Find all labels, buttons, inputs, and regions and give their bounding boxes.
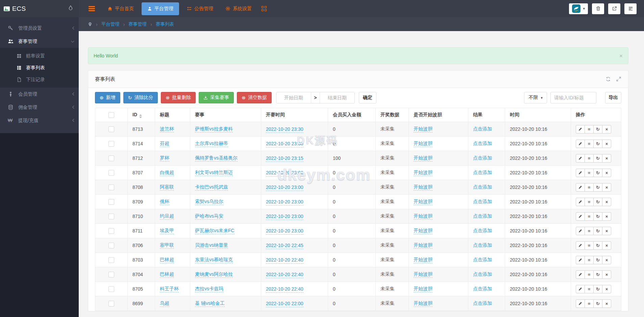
bodan-link[interactable]: 开始波胆 xyxy=(414,242,432,249)
result-add-link[interactable]: 点击添加 xyxy=(473,213,492,219)
league-link[interactable]: 埃及甲 xyxy=(160,228,174,234)
result-add-link[interactable]: 点击添加 xyxy=(473,271,492,277)
refresh-button[interactable]: ↻ xyxy=(593,183,602,192)
delete-button[interactable]: × xyxy=(602,169,611,177)
result-add-link[interactable]: 点击添加 xyxy=(473,170,492,175)
refresh-button[interactable]: ↻ xyxy=(593,154,602,163)
sidebar-item-odds-settings[interactable]: 赔率设置 xyxy=(0,50,79,62)
breadcrumb-link[interactable]: 赛事管理 xyxy=(128,21,147,27)
start-time-link[interactable]: 2022-10-20 22:40 xyxy=(266,272,303,278)
bodan-link[interactable]: 开始波胆 xyxy=(414,155,432,162)
row-checkbox[interactable] xyxy=(108,126,114,132)
bodan-link[interactable]: 开始波胆 xyxy=(414,170,432,176)
result-add-link[interactable]: 点击添加 xyxy=(473,228,492,233)
list-button[interactable]: ≡ xyxy=(585,212,594,221)
clear-score-button[interactable]: ↻ 清除比分 xyxy=(123,92,158,103)
result-add-link[interactable]: 点击添加 xyxy=(473,199,492,204)
refresh-button[interactable]: ↻ xyxy=(593,198,602,206)
delete-button[interactable]: × xyxy=(602,227,611,235)
start-time-link[interactable]: 2022-10-20 23:30 xyxy=(266,126,303,133)
refresh-panel-icon[interactable] xyxy=(605,76,611,82)
search-input[interactable] xyxy=(550,92,596,103)
nav-tab-system-settings[interactable]: 系统设置 xyxy=(221,3,256,15)
sidebar-item-commission-management[interactable]: 佣金管理 xyxy=(0,101,79,114)
result-add-link[interactable]: 点击添加 xyxy=(473,155,492,161)
league-link[interactable]: 波兰杯 xyxy=(160,126,174,132)
sidebar-item-admin-settings[interactable]: 管理员设置 xyxy=(0,22,79,35)
sort-icon[interactable] xyxy=(139,114,142,118)
collect-matches-button[interactable]: 采集赛事 xyxy=(199,92,234,103)
list-button[interactable]: ≡ xyxy=(585,227,594,235)
end-date-input[interactable] xyxy=(320,92,354,103)
row-checkbox[interactable] xyxy=(108,155,114,161)
edit-button[interactable] xyxy=(576,212,585,221)
bodan-link[interactable]: 开始波胆 xyxy=(414,199,432,205)
row-checkbox[interactable] xyxy=(108,170,114,176)
start-time-link[interactable]: 2022-10-20 23:00 xyxy=(266,199,303,205)
start-time-link[interactable]: 2022-10-20 22:45 xyxy=(266,243,303,249)
start-time-link[interactable]: 2022-10-20 23:00 xyxy=(266,170,303,176)
edit-button[interactable] xyxy=(576,241,585,250)
match-link[interactable]: 杰拉vs卡兹玛 xyxy=(195,286,223,292)
list-button[interactable]: ≡ xyxy=(585,183,594,192)
edit-button[interactable] xyxy=(576,140,585,148)
edit-button[interactable] xyxy=(576,270,585,279)
league-link[interactable]: 塞甲联 xyxy=(160,242,174,249)
league-link[interactable]: 罗杯 xyxy=(160,155,169,162)
row-checkbox[interactable] xyxy=(108,301,114,307)
nav-tab-announcement-management[interactable]: 公告管理 xyxy=(182,3,218,15)
match-link[interactable]: 萨维斯vs拉多麦科 xyxy=(195,126,233,132)
empty-data-button[interactable]: ⊗ 清空数据 xyxy=(237,92,272,103)
edit-button[interactable] xyxy=(576,299,585,308)
list-button[interactable]: ≡ xyxy=(585,285,594,293)
delete-button[interactable]: × xyxy=(602,198,611,206)
bodan-link[interactable]: 开始波胆 xyxy=(414,213,432,220)
match-link[interactable]: 萨哈布vs马安 xyxy=(195,213,223,220)
match-link[interactable]: 东里法vs慕哈瑞克 xyxy=(195,257,233,263)
row-checkbox[interactable] xyxy=(108,185,114,190)
row-checkbox[interactable] xyxy=(108,228,114,234)
league-link[interactable]: 乌超 xyxy=(160,300,169,307)
row-checkbox[interactable] xyxy=(108,272,114,277)
row-checkbox[interactable] xyxy=(108,199,114,205)
refresh-button[interactable]: ↻ xyxy=(593,169,602,177)
league-link[interactable]: 白俄超 xyxy=(160,170,174,176)
refresh-button[interactable]: ↻ xyxy=(593,125,602,133)
result-add-link[interactable]: 点击添加 xyxy=(473,126,492,131)
bodan-link[interactable]: 开始波胆 xyxy=(414,228,432,234)
nav-tab-platform-management[interactable]: 平台管理 xyxy=(142,2,179,15)
refresh-button[interactable]: ↻ xyxy=(593,140,602,148)
export-button[interactable]: 导出 xyxy=(605,92,621,103)
sidebar-item-bet-records[interactable]: 下注记录 xyxy=(0,74,79,86)
list-button[interactable]: ≡ xyxy=(585,256,594,264)
result-add-link[interactable]: 点击添加 xyxy=(473,141,492,146)
refresh-button[interactable]: ↻ xyxy=(593,241,602,250)
fullscreen-icon[interactable] xyxy=(616,76,621,82)
edit-button[interactable] xyxy=(576,256,585,264)
edit-button[interactable] xyxy=(576,125,585,133)
breadcrumb-current[interactable]: 赛事列表 xyxy=(156,21,174,27)
list-button[interactable]: ≡ xyxy=(585,169,594,177)
delete-button[interactable]: × xyxy=(602,140,611,148)
league-link[interactable]: 巴林超 xyxy=(160,257,174,263)
result-add-link[interactable]: 点击添加 xyxy=(473,257,492,262)
start-time-link[interactable]: 2022-10-20 23:15 xyxy=(266,155,303,162)
row-checkbox[interactable] xyxy=(108,141,114,147)
delete-button[interactable]: × xyxy=(602,256,611,264)
sidebar-item-withdraw-recharge[interactable]: ₩ 提现/充值 xyxy=(0,114,79,127)
list-button[interactable]: ≡ xyxy=(585,154,594,163)
list-button[interactable]: ≡ xyxy=(585,140,594,148)
confirm-button[interactable]: 确定 xyxy=(359,92,376,103)
select-all-checkbox[interactable] xyxy=(108,112,114,118)
row-checkbox[interactable] xyxy=(108,286,114,292)
match-link[interactable]: 萨瓦赫尔vs未来FC xyxy=(195,228,234,234)
match-link[interactable]: 索契vs乌拉尔 xyxy=(195,199,223,205)
grid-apps-icon[interactable] xyxy=(262,6,267,11)
start-time-link[interactable]: 2022-10-20 23:30 xyxy=(266,141,303,147)
league-link[interactable]: 阿塞联 xyxy=(160,184,174,191)
delete-button[interactable]: × xyxy=(602,154,611,163)
row-checkbox[interactable] xyxy=(108,214,114,219)
bodan-link[interactable]: 开始波胆 xyxy=(414,184,432,191)
result-add-link[interactable]: 点击添加 xyxy=(473,300,492,306)
bodan-link[interactable]: 开始波胆 xyxy=(414,300,432,307)
